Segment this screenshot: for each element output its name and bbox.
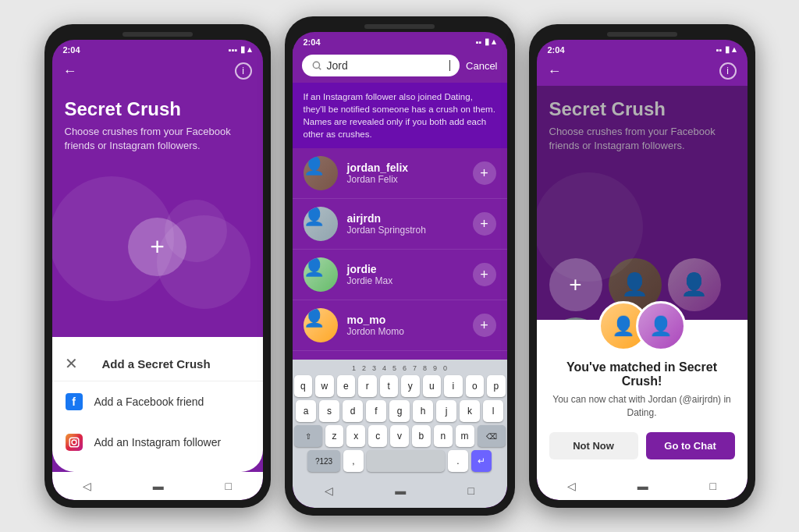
match-desc: You can now chat with Jordan (@airjrdn) …	[549, 393, 735, 420]
key-b[interactable]: b	[412, 425, 431, 447]
key-e[interactable]: e	[337, 375, 356, 397]
sheet-item-facebook-label: Add a Facebook friend	[94, 395, 204, 408]
key-t[interactable]: t	[380, 375, 399, 397]
key-w[interactable]: w	[315, 375, 334, 397]
result-item-4[interactable]: 👤 mo_mo Jordon Momo +	[293, 300, 507, 351]
nav-recents-3[interactable]: □	[710, 480, 716, 492]
key-u[interactable]: u	[423, 375, 442, 397]
result-item-3[interactable]: 👤 jordie Jordie Max +	[293, 250, 507, 300]
nav-home-3[interactable]: ▬	[637, 480, 648, 492]
nav-back-1[interactable]: ◁	[83, 480, 91, 492]
result-info-4: mo_mo Jordon Momo	[347, 314, 463, 337]
info-button-3[interactable]: i	[719, 62, 737, 80]
key-a[interactable]: a	[296, 400, 316, 422]
nav-recents-2[interactable]: □	[467, 484, 474, 497]
key-v[interactable]: v	[390, 425, 409, 447]
num-label: 1	[352, 364, 356, 372]
add-crush-button-3[interactable]: +	[549, 258, 602, 311]
add-button-4[interactable]: +	[473, 314, 496, 337]
screen-content-3: Secret Crush Choose crushes from your Fa…	[537, 86, 748, 472]
wifi-icon-3: ▪▪	[716, 45, 723, 55]
avatar-mo-mo: 👤	[304, 308, 338, 342]
key-shift[interactable]: ⇧	[294, 425, 322, 447]
search-input[interactable]: Jord	[327, 59, 445, 72]
key-space[interactable]	[367, 450, 445, 472]
key-n[interactable]: n	[434, 425, 453, 447]
match-avatar-crush: 👤	[636, 301, 686, 351]
match-buttons: Not Now Go to Chat	[549, 432, 735, 459]
key-l[interactable]: l	[483, 400, 503, 422]
avatar-jordan-felix: 👤	[304, 156, 338, 190]
key-y[interactable]: y	[401, 375, 420, 397]
cancel-button[interactable]: Cancel	[466, 60, 497, 72]
key-numbers[interactable]: ?123	[307, 450, 340, 472]
keyboard-row-3: ⇧ z x c v b n m ⌫	[294, 425, 506, 447]
sheet-item-facebook[interactable]: f Add a Facebook friend	[52, 381, 263, 422]
name-1: Jordan Felix	[347, 174, 463, 185]
svg-point-1	[72, 440, 76, 445]
key-r[interactable]: r	[358, 375, 377, 397]
nav-home-2[interactable]: ▬	[395, 484, 406, 497]
nav-home-1[interactable]: ▬	[153, 480, 164, 492]
back-button-1[interactable]: ←	[63, 63, 77, 80]
key-c[interactable]: c	[368, 425, 387, 447]
key-comma[interactable]: ,	[343, 450, 364, 472]
search-input-wrap[interactable]: Jord	[302, 55, 460, 76]
back-button-3[interactable]: ←	[548, 63, 562, 80]
go-to-chat-button[interactable]: Go to Chat	[646, 432, 735, 459]
notch-bar-2	[364, 24, 435, 29]
not-now-button[interactable]: Not Now	[549, 432, 638, 459]
key-j[interactable]: j	[436, 400, 456, 422]
key-h[interactable]: h	[413, 400, 433, 422]
facebook-icon: f	[65, 392, 83, 411]
status-bar-1: 2:04 ▪▪▪ ▮ ▴	[52, 40, 263, 56]
key-x[interactable]: x	[346, 425, 365, 447]
phone-1: 2:04 ▪▪▪ ▮ ▴ ← i Secret Crush Choose cru…	[44, 24, 271, 508]
add-crush-button-1[interactable]: +	[128, 218, 186, 276]
phone-3: 2:04 ▪▪ ▮ ▴ ← i Secret Crush Choose crus…	[529, 24, 755, 508]
key-o[interactable]: o	[466, 375, 485, 397]
key-p[interactable]: p	[487, 375, 506, 397]
nav-back-2[interactable]: ◁	[325, 484, 333, 497]
key-q[interactable]: q	[294, 375, 313, 397]
key-f[interactable]: f	[366, 400, 386, 422]
battery-icon: ▮	[240, 44, 245, 55]
key-period[interactable]: .	[448, 450, 468, 472]
key-d[interactable]: d	[343, 400, 363, 422]
status-icons-2: ▪▪ ▮ ▴	[476, 37, 496, 47]
key-z[interactable]: z	[325, 425, 344, 447]
sheet-close-button[interactable]: ✕	[65, 354, 78, 373]
add-button-1[interactable]: +	[473, 161, 496, 185]
nav-back-3[interactable]: ◁	[567, 480, 576, 492]
search-results: 👤 jordan_felix Jordan Felix + 👤 airjrdn …	[293, 148, 507, 360]
nav-recents-1[interactable]: □	[225, 480, 232, 492]
wifi-icon-2: ▪▪	[476, 37, 482, 47]
signal-icon-3: ▴	[732, 44, 737, 55]
bottom-sheet: ✕ Add a Secret Crush f Add a Facebook fr…	[52, 337, 263, 472]
status-icons-1: ▪▪▪ ▮ ▴	[229, 44, 252, 55]
page-subtitle-1: Choose crushes from your Facebook friend…	[65, 125, 250, 153]
search-bar: Jord Cancel	[293, 48, 507, 83]
ig-icon-img	[66, 434, 83, 451]
match-avatar-user-img: 👤	[612, 315, 635, 337]
name-2: Jordan Springstroh	[347, 225, 463, 236]
key-m[interactable]: m	[456, 425, 474, 447]
keyboard-row-numbers: 1 2 3 4 5 6 7 8 9 0	[294, 364, 506, 372]
add-button-2[interactable]: +	[473, 212, 496, 236]
key-backspace[interactable]: ⌫	[478, 425, 506, 447]
match-avatar-crush-img: 👤	[649, 315, 673, 337]
key-g[interactable]: g	[389, 400, 410, 422]
key-enter[interactable]: ↵	[471, 450, 492, 472]
key-i[interactable]: i	[444, 375, 463, 397]
sheet-item-instagram[interactable]: Add an Instagram follower	[52, 422, 263, 463]
info-button-1[interactable]: i	[235, 62, 252, 80]
sheet-title: Add a Secret Crush	[101, 357, 210, 371]
key-s[interactable]: s	[319, 400, 339, 422]
key-k[interactable]: k	[460, 400, 480, 422]
result-item-1[interactable]: 👤 jordan_felix Jordan Felix +	[293, 148, 507, 199]
add-button-3[interactable]: +	[473, 263, 496, 286]
nav-bar-3: ◁ ▬ □	[537, 472, 748, 500]
battery-icon-3: ▮	[725, 44, 730, 55]
result-item-2[interactable]: 👤 airjrdn Jordan Springstroh +	[293, 199, 507, 250]
phone-3-screen: 2:04 ▪▪ ▮ ▴ ← i Secret Crush Choose crus…	[537, 40, 748, 500]
